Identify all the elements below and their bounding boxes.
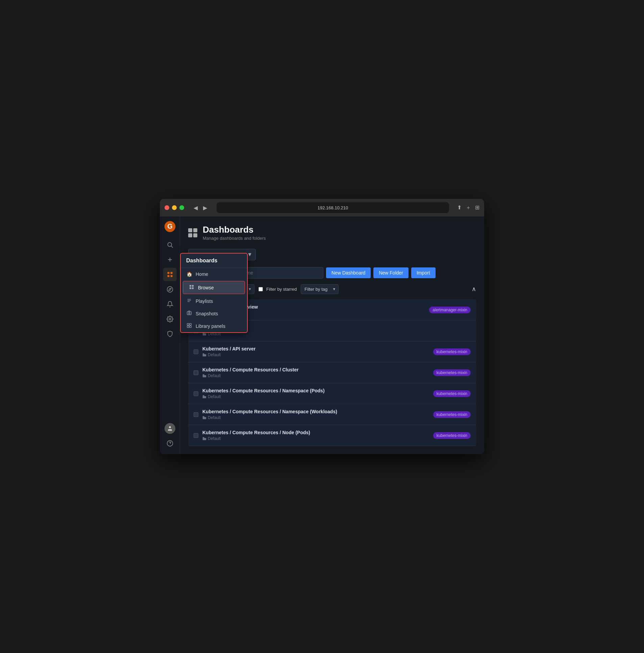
- table-row: Kubernetes / Compute Resources / Namespa…: [188, 383, 476, 404]
- item-tag: kubernetes-mixin: [433, 411, 471, 418]
- sidebar-item-dashboards[interactable]: [163, 268, 177, 281]
- collapse-button[interactable]: ∧: [472, 285, 476, 293]
- minimize-button[interactable]: [172, 205, 177, 210]
- table-row: Kubernetes / Compute Resources / Cluster…: [188, 362, 476, 383]
- dropdown-item-playlists[interactable]: Playlists: [181, 295, 247, 307]
- dropdown-item-label: Browse: [198, 285, 214, 290]
- item-name[interactable]: Kubernetes / Compute Resources / Cluster: [202, 367, 429, 372]
- page-title: Dashboards: [203, 224, 266, 235]
- item-folder: Default: [202, 373, 429, 378]
- table-row: Kubernetes / Compute Resources / Namespa…: [188, 404, 476, 425]
- item-tag: kubernetes-mixin: [433, 348, 471, 355]
- sidebar-item-shield[interactable]: [163, 327, 177, 341]
- sidebar-item-search[interactable]: [163, 238, 177, 251]
- table-row: Kubernetes / API server Default kubernet…: [188, 341, 476, 362]
- grid-icon[interactable]: ⊞: [475, 204, 480, 211]
- share-icon[interactable]: ⬆: [457, 204, 462, 211]
- new-dashboard-button[interactable]: New Dashboard: [326, 267, 371, 278]
- address-bar[interactable]: 192.168.10.210: [216, 202, 449, 213]
- main-content: Dashboards Manage dashboards and folders…: [180, 216, 484, 454]
- svg-line-3: [171, 246, 172, 248]
- svg-point-12: [169, 318, 170, 320]
- new-folder-button[interactable]: New Folder: [373, 267, 409, 278]
- row-checkbox[interactable]: [193, 370, 198, 375]
- filter-tag-select[interactable]: Filter by tag: [301, 284, 339, 294]
- mac-window: ◀ ▶ 192.168.10.210 ⬆ ＋ ⊞ G: [160, 199, 484, 454]
- svg-rect-23: [187, 312, 191, 315]
- dropdown-item-label: Playlists: [196, 298, 213, 304]
- user-avatar[interactable]: [164, 423, 175, 434]
- svg-rect-25: [187, 323, 189, 325]
- svg-rect-28: [189, 326, 191, 328]
- sidebar-item-alerting[interactable]: [163, 297, 177, 311]
- dropdown-item-home[interactable]: 🏠 Home: [181, 268, 247, 280]
- item-info: Kubernetes / Compute Resources / Cluster…: [202, 367, 429, 378]
- import-button[interactable]: Import: [411, 267, 436, 278]
- dropdown-item-label: Snapshots: [196, 311, 218, 316]
- svg-rect-22: [187, 301, 190, 302]
- library-panels-icon: [186, 323, 192, 329]
- item-folder: Default: [202, 394, 429, 399]
- sidebar: G: [160, 216, 180, 454]
- sidebar-item-explore[interactable]: [163, 283, 177, 296]
- svg-rect-9: [170, 275, 172, 277]
- item-name[interactable]: Kubernetes / Compute Resources / Namespa…: [202, 409, 429, 414]
- filter-starred-checkbox[interactable]: [258, 287, 263, 291]
- forward-button[interactable]: ▶: [202, 203, 208, 212]
- dropdown-item-label: Library panels: [196, 323, 225, 329]
- playlists-icon: [186, 298, 192, 304]
- add-tab-icon[interactable]: ＋: [466, 204, 471, 211]
- title-bar: ◀ ▶ 192.168.10.210 ⬆ ＋ ⊞: [160, 199, 484, 216]
- maximize-button[interactable]: [179, 205, 184, 210]
- snapshots-icon: [186, 311, 192, 316]
- svg-rect-6: [167, 272, 169, 274]
- dropdown-item-browse[interactable]: Browse: [183, 281, 245, 294]
- grafana-logo[interactable]: G: [164, 220, 176, 233]
- sidebar-item-help[interactable]: [163, 437, 177, 450]
- item-info: Kubernetes / Compute Resources / Namespa…: [202, 388, 429, 399]
- item-name[interactable]: Kubernetes / API server: [202, 346, 429, 352]
- svg-rect-26: [189, 323, 191, 325]
- browse-icon: [188, 285, 194, 290]
- svg-rect-17: [192, 285, 193, 287]
- row-checkbox[interactable]: [193, 349, 198, 354]
- svg-point-2: [167, 242, 171, 246]
- dropdown-item-snapshots[interactable]: Snapshots: [181, 307, 247, 320]
- svg-point-10: [167, 287, 172, 292]
- item-tag: alertmanager-mixin: [429, 307, 471, 313]
- url-text: 192.168.10.210: [318, 205, 348, 210]
- item-tag: kubernetes-mixin: [433, 369, 471, 376]
- home-icon: 🏠: [186, 271, 192, 277]
- item-folder: Default: [202, 436, 429, 441]
- dropdown-menu: Dashboards 🏠 Home: [180, 253, 248, 333]
- item-folder: Default: [202, 353, 429, 357]
- app-body: G: [160, 216, 484, 454]
- row-checkbox[interactable]: [193, 412, 198, 417]
- page-subtitle: Manage dashboards and folders: [203, 236, 266, 241]
- svg-rect-8: [167, 275, 169, 277]
- item-info: Kubernetes / API server Default: [202, 346, 429, 357]
- dropdown-item-library-panels[interactable]: Library panels: [181, 320, 247, 332]
- sidebar-item-create[interactable]: [163, 253, 177, 266]
- page-header: Dashboards Manage dashboards and folders: [188, 224, 476, 241]
- row-checkbox[interactable]: [193, 433, 198, 438]
- item-name[interactable]: Kubernetes / Compute Resources / Namespa…: [202, 388, 429, 393]
- toolbar-right: ⬆ ＋ ⊞: [457, 204, 480, 211]
- back-button[interactable]: ◀: [192, 203, 199, 212]
- item-tag: kubernetes-mixin: [433, 432, 471, 439]
- close-button[interactable]: [164, 205, 169, 210]
- toolbar-icons: ◀ ▶: [192, 203, 208, 212]
- row-checkbox[interactable]: [193, 391, 198, 396]
- svg-point-24: [188, 312, 190, 314]
- svg-rect-20: [187, 299, 191, 299]
- svg-rect-16: [189, 285, 191, 287]
- sidebar-bottom: [163, 423, 177, 450]
- item-info: Kubernetes / Compute Resources / Namespa…: [202, 409, 429, 420]
- item-info: Kubernetes / Compute Resources / Node (P…: [202, 430, 429, 441]
- svg-point-13: [169, 426, 171, 428]
- item-name[interactable]: Kubernetes / Compute Resources / Node (P…: [202, 430, 429, 435]
- sidebar-item-settings[interactable]: [163, 312, 177, 326]
- svg-marker-11: [168, 288, 171, 290]
- svg-rect-7: [170, 272, 172, 274]
- svg-rect-18: [189, 287, 191, 289]
